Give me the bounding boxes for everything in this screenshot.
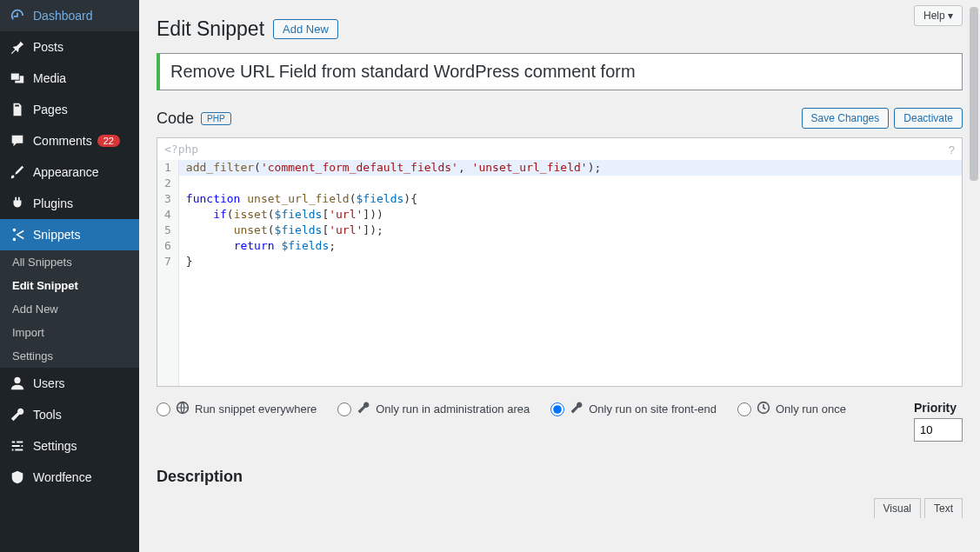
code-hint: <?php	[157, 138, 962, 160]
code-editor[interactable]: <?php ? 1234567 add_filter('comment_form…	[157, 137, 963, 387]
priority-block: Priority	[914, 401, 963, 442]
comment-icon	[9, 132, 26, 150]
sidebar-item-label: Snippets	[33, 228, 80, 242]
description-tabs: Visual Text	[157, 498, 963, 518]
run-option-label: Only run on site front-end	[589, 402, 717, 416]
php-tag: PHP	[201, 112, 231, 125]
snippet-title-input[interactable]	[157, 53, 963, 90]
sidebar-item-label: Pages	[33, 103, 68, 116]
sidebar-item-label: Posts	[33, 40, 63, 54]
plug-icon	[9, 195, 26, 212]
main-content: Help ▾ Edit Snippet Add New Code PHP Sav…	[139, 0, 980, 552]
sidebar-item-label: Appearance	[33, 165, 99, 179]
run-options: Run snippet everywhereOnly run in admini…	[157, 401, 846, 417]
run-option-2[interactable]: Only run on site front-end	[550, 401, 717, 417]
submenu-import[interactable]: Import	[0, 321, 139, 344]
sidebar-item-label: Plugins	[33, 196, 73, 210]
sidebar-item-appearance[interactable]: Appearance	[0, 156, 139, 188]
submenu-edit-snippet[interactable]: Edit Snippet	[0, 274, 139, 297]
run-radio[interactable]	[550, 402, 564, 416]
pages-icon	[9, 101, 26, 118]
sidebar-item-label: Users	[33, 376, 65, 390]
sidebar-item-users[interactable]: Users	[0, 368, 139, 399]
code-help-icon[interactable]: ?	[949, 143, 955, 156]
sidebar-item-label: Dashboard	[33, 9, 93, 23]
pin-icon	[9, 38, 26, 56]
run-option-label: Run snippet everywhere	[195, 402, 317, 416]
run-option-label: Only run once	[776, 402, 846, 416]
sidebar-item-wordfence[interactable]: Wordfence	[0, 462, 139, 493]
sidebar-item-label: Media	[33, 71, 66, 85]
desc-tab-text[interactable]: Text	[924, 498, 963, 518]
submenu-settings[interactable]: Settings	[0, 344, 139, 368]
run-option-3[interactable]: Only run once	[737, 401, 846, 417]
add-new-button[interactable]: Add New	[273, 19, 338, 39]
page-header: Edit Snippet Add New	[157, 17, 963, 41]
code-section-header: Code PHP Save Changes Deactivate	[157, 108, 963, 129]
sidebar-item-plugins[interactable]: Plugins	[0, 188, 139, 219]
vertical-scrollbar[interactable]	[968, 0, 980, 552]
wrench-icon	[9, 406, 26, 423]
sidebar-item-label: Comments	[33, 134, 92, 148]
brush-icon	[9, 163, 26, 181]
sidebar-item-posts[interactable]: Posts	[0, 31, 139, 63]
page-title: Edit Snippet	[157, 17, 264, 41]
wrench-icon	[570, 401, 583, 417]
code-label: Code PHP	[157, 110, 231, 128]
sidebar-item-label: Wordfence	[33, 470, 91, 484]
clock-icon	[757, 401, 770, 417]
save-changes-button[interactable]: Save Changes	[802, 108, 890, 129]
svg-point-0	[14, 377, 20, 383]
sidebar-item-tools[interactable]: Tools	[0, 399, 139, 430]
sidebar-item-media[interactable]: Media	[0, 63, 139, 94]
user-icon	[9, 375, 26, 392]
run-option-1[interactable]: Only run in administration area	[337, 401, 530, 417]
speedometer-icon	[9, 7, 26, 24]
sidebar-item-dashboard[interactable]: Dashboard	[0, 0, 139, 31]
code-gutter: 1234567	[157, 160, 179, 386]
run-radio[interactable]	[157, 402, 170, 416]
run-option-label: Only run in administration area	[376, 402, 530, 416]
code-body[interactable]: add_filter('comment_form_default_fields'…	[179, 160, 962, 386]
priority-label: Priority	[914, 401, 963, 415]
sidebar-item-pages[interactable]: Pages	[0, 94, 139, 125]
run-option-0[interactable]: Run snippet everywhere	[157, 401, 317, 417]
globe-icon	[176, 401, 190, 417]
scrollbar-thumb[interactable]	[970, 7, 978, 181]
help-tab[interactable]: Help ▾	[914, 5, 963, 26]
sliders-icon	[9, 437, 26, 455]
run-radio[interactable]	[737, 402, 751, 416]
sidebar-item-snippets[interactable]: Snippets	[0, 219, 139, 250]
scissors-icon	[9, 226, 26, 243]
sidebar-item-comments[interactable]: Comments 22	[0, 125, 139, 156]
code-label-text: Code	[157, 110, 194, 128]
admin-sidebar: Dashboard Posts Media Pages Comments 2	[0, 0, 139, 552]
snippets-submenu: All Snippets Edit Snippet Add New Import…	[0, 250, 139, 368]
sidebar-item-label: Settings	[33, 439, 77, 453]
media-icon	[9, 70, 26, 87]
priority-input[interactable]	[914, 418, 963, 442]
submenu-add-new[interactable]: Add New	[0, 297, 139, 321]
wrench-icon	[357, 401, 370, 417]
sidebar-item-label: Tools	[33, 408, 62, 422]
desc-tab-visual[interactable]: Visual	[874, 498, 921, 518]
shield-icon	[9, 469, 26, 486]
submenu-all-snippets[interactable]: All Snippets	[0, 250, 139, 274]
comments-badge: 22	[97, 135, 120, 147]
run-radio[interactable]	[337, 402, 351, 416]
sidebar-item-settings[interactable]: Settings	[0, 430, 139, 462]
description-heading: Description	[157, 468, 963, 486]
deactivate-button[interactable]: Deactivate	[894, 108, 963, 129]
